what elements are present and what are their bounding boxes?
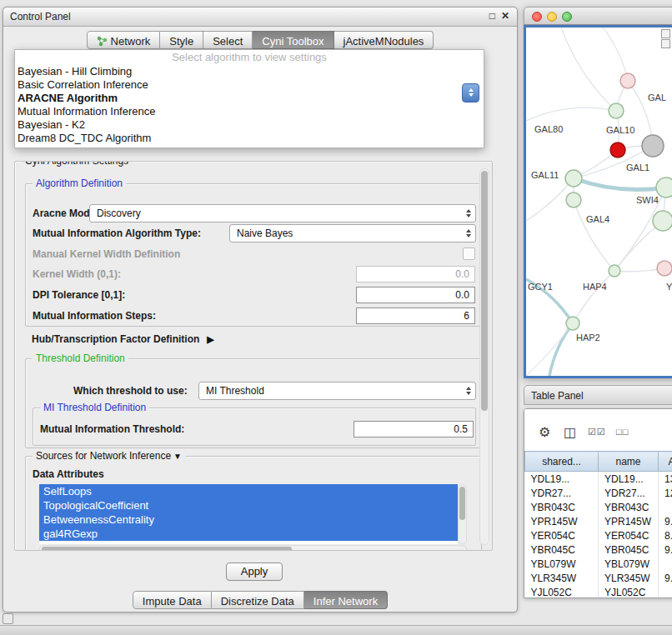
- group-title: Cyni Algorithm Settings: [22, 161, 132, 167]
- algorithm-option[interactable]: Bayesian - K2: [15, 118, 484, 132]
- mi-threshold-field[interactable]: 0.5: [354, 421, 474, 438]
- zoom-button[interactable]: [562, 12, 572, 22]
- network-node[interactable]: [620, 73, 635, 88]
- algorithm-option[interactable]: Dream8 DC_TDC Algorithm: [15, 132, 484, 145]
- kernel-width-field[interactable]: 0.0: [356, 266, 475, 282]
- zoom-control-icon[interactable]: [661, 39, 670, 48]
- gear-icon[interactable]: ⚙: [539, 424, 550, 440]
- algorithm-option[interactable]: ARACNE Algorithm: [15, 92, 484, 105]
- deselect-all-icon[interactable]: □□: [616, 427, 629, 437]
- table-row[interactable]: YJL052CYJL052C: [525, 585, 672, 598]
- network-node[interactable]: [565, 170, 582, 187]
- expand-icon[interactable]: ▶: [207, 334, 213, 345]
- group-title: Threshold Definition: [33, 352, 128, 364]
- data-attribute-item[interactable]: TopologicalCoefficient: [39, 498, 458, 512]
- algorithm-option[interactable]: Bayesian - Hill Climbing: [15, 65, 484, 78]
- data-attribute-item[interactable]: BetweennessCentrality: [39, 512, 458, 527]
- attributes-horizontal-scrollbar[interactable]: [39, 545, 467, 551]
- overview-toggle-icon[interactable]: [661, 29, 670, 38]
- dpi-tolerance-field[interactable]: 0.0: [356, 287, 475, 303]
- tab-network[interactable]: Network: [87, 31, 161, 49]
- manual-kernel-checkbox[interactable]: [463, 248, 475, 260]
- columns-icon[interactable]: ◫: [564, 424, 576, 440]
- network-node[interactable]: [609, 103, 624, 118]
- scrollbar-thumb[interactable]: [42, 547, 292, 551]
- sources-group: Sources for Network Inference▼ Data Attr…: [25, 456, 482, 551]
- select-all-icon[interactable]: ☑☑: [588, 427, 606, 438]
- column-header-name[interactable]: name: [599, 452, 659, 472]
- float-window-icon[interactable]: □: [489, 10, 495, 22]
- network-edge[interactable]: [603, 28, 628, 81]
- table-row[interactable]: YPR145WYPR145W9.: [525, 514, 672, 528]
- network-graph[interactable]: GALGAL80GAL10GAL11GAL1SWI4GAL4GCY1HAP4YH…: [526, 28, 672, 376]
- table-row[interactable]: YLR345WYLR345W9.: [525, 571, 672, 585]
- network-canvas[interactable]: GALGAL80GAL10GAL11GAL1SWI4GAL4GCY1HAP4YH…: [524, 25, 672, 378]
- network-node[interactable]: [657, 261, 672, 276]
- which-threshold-select[interactable]: MI Threshold: [198, 382, 476, 400]
- cyni-mode-tabs: Impute Data Discretize Data Infer Networ…: [3, 591, 517, 609]
- data-attribute-item[interactable]: gal4RGexp: [39, 527, 458, 541]
- close-button[interactable]: [532, 12, 542, 22]
- hub-definition-section[interactable]: Hub/Transcription Factor Definition ▶: [32, 333, 214, 345]
- table-row[interactable]: YDR27...YDR27...12: [525, 486, 672, 500]
- column-header-shared-name[interactable]: shared...: [525, 452, 599, 472]
- table-cell: 9.: [659, 514, 672, 528]
- mi-steps-field[interactable]: 6: [356, 308, 475, 324]
- scrollbar-thumb[interactable]: [481, 171, 488, 411]
- tab-select[interactable]: Select: [203, 31, 253, 49]
- mi-algorithm-type-select[interactable]: Naive Bayes: [229, 224, 476, 242]
- table-row[interactable]: YDL19...YDL19...13: [525, 472, 672, 487]
- tab-impute-data[interactable]: Impute Data: [133, 591, 212, 609]
- mi-type-label: Mutual Information Algorithm Type:: [33, 228, 201, 239]
- network-edge[interactable]: [574, 178, 666, 190]
- algorithm-option[interactable]: Basic Correlation Inference: [15, 78, 484, 92]
- table-row[interactable]: YBL079WYBL079W: [525, 557, 672, 571]
- scrollbar-thumb[interactable]: [459, 487, 465, 520]
- aracne-mode-select[interactable]: Discovery: [89, 204, 476, 222]
- tab-infer-network[interactable]: Infer Network: [304, 591, 388, 609]
- network-node[interactable]: [566, 317, 579, 330]
- node-label: GAL: [648, 92, 666, 102]
- attributes-vertical-scrollbar[interactable]: [458, 484, 467, 544]
- settings-vertical-scrollbar[interactable]: [479, 168, 489, 545]
- tab-style[interactable]: Style: [160, 31, 203, 49]
- network-window-titlebar[interactable]: [524, 7, 672, 25]
- group-title: MI Threshold Definition: [40, 402, 149, 413]
- group-title: Algorithm Definition: [33, 178, 126, 189]
- minimize-button[interactable]: [547, 12, 557, 22]
- table-row[interactable]: YBR045CYBR045C9.: [525, 542, 672, 557]
- network-edge[interactable]: [561, 28, 616, 111]
- table-panel-titlebar[interactable]: Table Panel: [524, 385, 672, 405]
- network-edge[interactable]: [526, 108, 616, 121]
- tab-discretize-data[interactable]: Discretize Data: [212, 591, 304, 609]
- network-edge[interactable]: [549, 323, 573, 376]
- apply-button[interactable]: Apply: [226, 562, 283, 581]
- window-title: Control Panel: [10, 11, 71, 22]
- algorithm-definition-group: Algorithm Definition Aracne Mode: Discov…: [25, 183, 482, 327]
- tab-cyni-toolbox[interactable]: Cyni Toolbox: [253, 31, 333, 49]
- control-panel-titlebar[interactable]: Control Panel □ ✕: [3, 8, 517, 27]
- network-node[interactable]: [653, 211, 672, 231]
- collapse-icon[interactable]: ▼: [173, 452, 182, 461]
- network-edge[interactable]: [574, 200, 614, 271]
- node-table: shared... name A YDL19...YDL19...13YDR27…: [524, 451, 672, 598]
- column-header-extra[interactable]: A: [659, 452, 672, 472]
- data-attribute-item[interactable]: SelfLoops: [39, 484, 458, 498]
- table-row[interactable]: YBR043CYBR043C: [525, 500, 672, 514]
- tab-label: Network: [111, 35, 151, 48]
- tab-jactivemnodules[interactable]: jActiveMNodules: [334, 31, 434, 49]
- network-node[interactable]: [609, 265, 620, 277]
- table-row[interactable]: YER054CYER054C8.: [525, 528, 672, 542]
- dropdown-placeholder: Select algorithm to view settings: [15, 50, 484, 65]
- table-cell: 8.: [659, 528, 672, 542]
- network-node[interactable]: [642, 135, 664, 157]
- table-cell: 9.: [659, 542, 672, 557]
- network-node[interactable]: [566, 192, 581, 208]
- close-window-icon[interactable]: ✕: [501, 10, 509, 22]
- network-node[interactable]: [610, 142, 625, 158]
- algorithm-option[interactable]: Mutual Information Inference: [15, 105, 484, 118]
- minimized-panel-icon[interactable]: [3, 613, 13, 624]
- which-threshold-label: Which threshold to use:: [73, 385, 188, 397]
- network-edge[interactable]: [573, 271, 614, 323]
- algorithm-combobox-button[interactable]: [462, 83, 479, 102]
